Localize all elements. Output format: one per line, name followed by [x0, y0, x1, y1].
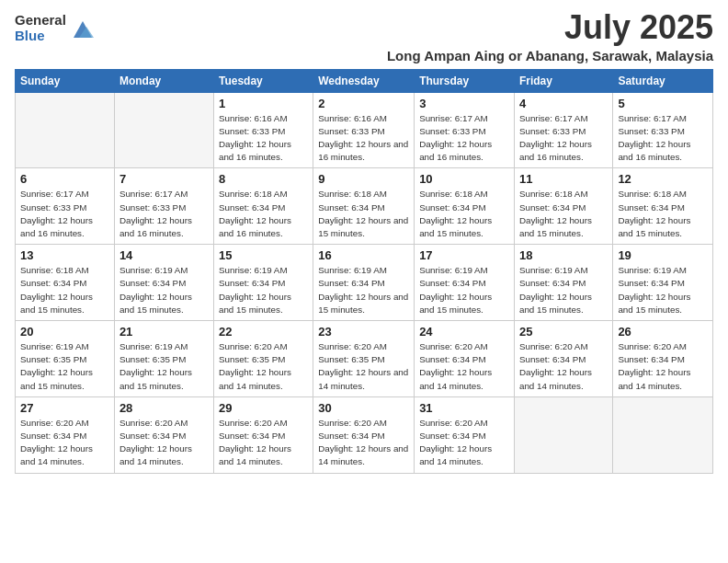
day-info: Sunrise: 6:18 AM Sunset: 6:34 PM Dayligh… — [318, 188, 409, 240]
calendar-cell: 6Sunrise: 6:17 AM Sunset: 6:33 PM Daylig… — [16, 168, 115, 245]
calendar-cell: 19Sunrise: 6:19 AM Sunset: 6:34 PM Dayli… — [613, 245, 713, 321]
day-info: Sunrise: 6:20 AM Sunset: 6:34 PM Dayligh… — [419, 417, 509, 469]
day-number: 28 — [119, 401, 209, 415]
weekday-header: Sunday — [16, 69, 115, 92]
calendar-cell: 2Sunrise: 6:16 AM Sunset: 6:33 PM Daylig… — [313, 92, 415, 168]
calendar-cell: 11Sunrise: 6:18 AM Sunset: 6:34 PM Dayli… — [514, 168, 612, 245]
calendar-cell: 27Sunrise: 6:20 AM Sunset: 6:34 PM Dayli… — [16, 396, 115, 473]
day-number: 18 — [519, 248, 608, 262]
day-number: 20 — [20, 325, 109, 339]
calendar-cell: 1Sunrise: 6:16 AM Sunset: 6:33 PM Daylig… — [213, 92, 313, 168]
day-info: Sunrise: 6:18 AM Sunset: 6:34 PM Dayligh… — [20, 264, 109, 316]
calendar-cell — [16, 92, 115, 168]
calendar-cell: 26Sunrise: 6:20 AM Sunset: 6:34 PM Dayli… — [613, 321, 713, 397]
day-info: Sunrise: 6:19 AM Sunset: 6:34 PM Dayligh… — [419, 264, 509, 316]
day-info: Sunrise: 6:20 AM Sunset: 6:35 PM Dayligh… — [219, 340, 308, 393]
day-number: 7 — [119, 172, 209, 186]
day-info: Sunrise: 6:16 AM Sunset: 6:33 PM Dayligh… — [219, 112, 308, 165]
day-info: Sunrise: 6:18 AM Sunset: 6:34 PM Dayligh… — [419, 188, 509, 240]
calendar-cell — [114, 92, 213, 168]
calendar-cell: 25Sunrise: 6:20 AM Sunset: 6:34 PM Dayli… — [514, 321, 612, 397]
day-info: Sunrise: 6:20 AM Sunset: 6:34 PM Dayligh… — [20, 417, 109, 469]
day-number: 30 — [318, 401, 409, 415]
weekday-header: Tuesday — [213, 69, 313, 92]
calendar-cell: 20Sunrise: 6:19 AM Sunset: 6:35 PM Dayli… — [16, 321, 115, 397]
calendar-week-row: 6Sunrise: 6:17 AM Sunset: 6:33 PM Daylig… — [16, 168, 713, 245]
weekday-header: Thursday — [415, 69, 515, 92]
day-number: 31 — [419, 401, 509, 415]
day-info: Sunrise: 6:19 AM Sunset: 6:35 PM Dayligh… — [119, 340, 209, 393]
day-info: Sunrise: 6:17 AM Sunset: 6:33 PM Dayligh… — [20, 188, 109, 240]
day-number: 19 — [618, 248, 708, 262]
day-info: Sunrise: 6:20 AM Sunset: 6:34 PM Dayligh… — [519, 340, 608, 393]
day-info: Sunrise: 6:20 AM Sunset: 6:34 PM Dayligh… — [419, 340, 509, 393]
day-info: Sunrise: 6:19 AM Sunset: 6:34 PM Dayligh… — [219, 264, 308, 316]
day-info: Sunrise: 6:18 AM Sunset: 6:34 PM Dayligh… — [219, 188, 308, 240]
day-info: Sunrise: 6:18 AM Sunset: 6:34 PM Dayligh… — [519, 188, 608, 240]
day-number: 26 — [618, 325, 708, 339]
day-number: 25 — [519, 325, 608, 339]
day-number: 13 — [20, 248, 109, 262]
calendar-cell: 9Sunrise: 6:18 AM Sunset: 6:34 PM Daylig… — [313, 168, 415, 245]
weekday-header: Monday — [114, 69, 213, 92]
subtitle: Long Ampan Aing or Abanang, Sarawak, Mal… — [387, 48, 713, 63]
day-info: Sunrise: 6:19 AM Sunset: 6:34 PM Dayligh… — [119, 264, 209, 316]
calendar-cell: 31Sunrise: 6:20 AM Sunset: 6:34 PM Dayli… — [415, 396, 515, 473]
day-number: 5 — [618, 97, 708, 110]
calendar-cell: 8Sunrise: 6:18 AM Sunset: 6:34 PM Daylig… — [213, 168, 313, 245]
calendar-cell — [613, 396, 713, 473]
day-number: 24 — [419, 325, 509, 339]
day-number: 23 — [318, 325, 409, 339]
day-number: 17 — [419, 248, 509, 262]
day-number: 2 — [318, 97, 409, 110]
day-info: Sunrise: 6:17 AM Sunset: 6:33 PM Dayligh… — [419, 112, 509, 165]
calendar-cell: 21Sunrise: 6:19 AM Sunset: 6:35 PM Dayli… — [114, 321, 213, 397]
day-number: 21 — [119, 325, 209, 339]
calendar-cell: 30Sunrise: 6:20 AM Sunset: 6:34 PM Dayli… — [313, 396, 415, 473]
day-info: Sunrise: 6:19 AM Sunset: 6:35 PM Dayligh… — [20, 340, 109, 393]
calendar-week-row: 20Sunrise: 6:19 AM Sunset: 6:35 PM Dayli… — [16, 321, 713, 397]
day-number: 15 — [219, 248, 308, 262]
day-number: 9 — [318, 172, 409, 186]
logo-blue: Blue — [15, 29, 66, 44]
calendar-week-row: 27Sunrise: 6:20 AM Sunset: 6:34 PM Dayli… — [16, 396, 713, 473]
day-info: Sunrise: 6:17 AM Sunset: 6:33 PM Dayligh… — [519, 112, 608, 165]
month-title: July 2025 — [387, 9, 713, 46]
day-number: 1 — [219, 97, 308, 110]
calendar-cell: 7Sunrise: 6:17 AM Sunset: 6:33 PM Daylig… — [114, 168, 213, 245]
calendar-cell: 24Sunrise: 6:20 AM Sunset: 6:34 PM Dayli… — [415, 321, 515, 397]
calendar-cell: 29Sunrise: 6:20 AM Sunset: 6:34 PM Dayli… — [213, 396, 313, 473]
calendar-cell: 22Sunrise: 6:20 AM Sunset: 6:35 PM Dayli… — [213, 321, 313, 397]
calendar-cell: 15Sunrise: 6:19 AM Sunset: 6:34 PM Dayli… — [213, 245, 313, 321]
day-number: 29 — [219, 401, 308, 415]
day-number: 3 — [419, 97, 509, 110]
day-info: Sunrise: 6:20 AM Sunset: 6:34 PM Dayligh… — [318, 417, 409, 469]
day-info: Sunrise: 6:18 AM Sunset: 6:34 PM Dayligh… — [618, 188, 708, 240]
day-number: 12 — [618, 172, 708, 186]
day-info: Sunrise: 6:19 AM Sunset: 6:34 PM Dayligh… — [318, 264, 409, 316]
weekday-header: Saturday — [613, 69, 713, 92]
calendar-cell: 4Sunrise: 6:17 AM Sunset: 6:33 PM Daylig… — [514, 92, 612, 168]
header: General Blue July 2025 Long Ampan Aing o… — [15, 9, 713, 63]
day-number: 14 — [119, 248, 209, 262]
weekday-header: Friday — [514, 69, 612, 92]
calendar-cell: 28Sunrise: 6:20 AM Sunset: 6:34 PM Dayli… — [114, 396, 213, 473]
weekday-header: Wednesday — [313, 69, 415, 92]
calendar-cell: 16Sunrise: 6:19 AM Sunset: 6:34 PM Dayli… — [313, 245, 415, 321]
day-info: Sunrise: 6:17 AM Sunset: 6:33 PM Dayligh… — [618, 112, 708, 165]
day-number: 22 — [219, 325, 308, 339]
calendar-table: SundayMondayTuesdayWednesdayThursdayFrid… — [15, 69, 713, 474]
page: General Blue July 2025 Long Ampan Aing o… — [0, 0, 728, 563]
calendar-cell: 12Sunrise: 6:18 AM Sunset: 6:34 PM Dayli… — [613, 168, 713, 245]
calendar-cell: 23Sunrise: 6:20 AM Sunset: 6:35 PM Dayli… — [313, 321, 415, 397]
day-number: 8 — [219, 172, 308, 186]
calendar-cell — [514, 396, 612, 473]
calendar-cell: 17Sunrise: 6:19 AM Sunset: 6:34 PM Dayli… — [415, 245, 515, 321]
calendar-cell: 5Sunrise: 6:17 AM Sunset: 6:33 PM Daylig… — [613, 92, 713, 168]
calendar-cell: 18Sunrise: 6:19 AM Sunset: 6:34 PM Dayli… — [514, 245, 612, 321]
calendar-cell: 14Sunrise: 6:19 AM Sunset: 6:34 PM Dayli… — [114, 245, 213, 321]
logo: General Blue — [15, 13, 96, 43]
day-info: Sunrise: 6:20 AM Sunset: 6:35 PM Dayligh… — [318, 340, 409, 393]
day-info: Sunrise: 6:19 AM Sunset: 6:34 PM Dayligh… — [618, 264, 708, 316]
day-number: 16 — [318, 248, 409, 262]
